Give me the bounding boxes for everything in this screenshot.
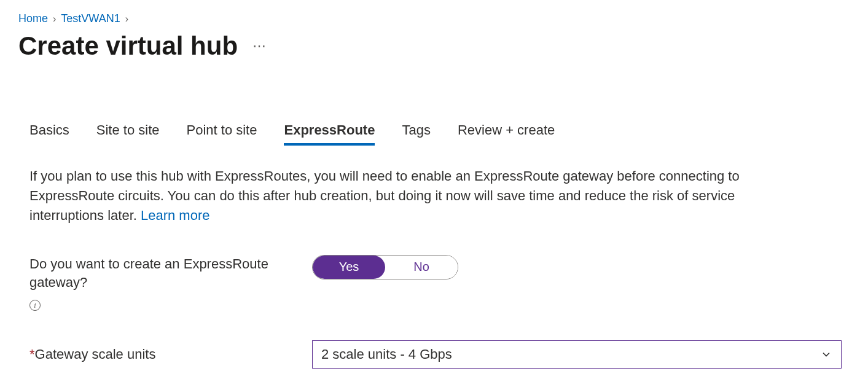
chevron-down-icon (820, 348, 832, 361)
scale-units-label: *Gateway scale units (29, 345, 312, 364)
breadcrumb-home[interactable]: Home (18, 12, 48, 25)
create-gateway-label: Do you want to create an ExpressRoute ga… (29, 255, 312, 311)
form-row-scale-units: *Gateway scale units 2 scale units - 4 G… (29, 340, 842, 369)
page-header: Create virtual hub ⋯ (18, 31, 850, 61)
scale-units-label-text: Gateway scale units (35, 346, 156, 362)
tab-site-to-site[interactable]: Site to site (96, 122, 160, 146)
learn-more-link[interactable]: Learn more (141, 208, 210, 223)
intro-text: If you plan to use this hub with Express… (29, 166, 803, 225)
more-actions-icon[interactable]: ⋯ (252, 38, 267, 54)
chevron-right-icon: › (53, 14, 56, 25)
scale-units-control: 2 scale units - 4 Gbps (312, 340, 842, 369)
create-gateway-label-text: Do you want to create an ExpressRoute ga… (29, 255, 300, 293)
intro-body: If you plan to use this hub with Express… (29, 168, 740, 223)
tab-expressroute[interactable]: ExpressRoute (284, 122, 375, 146)
tab-review-create[interactable]: Review + create (458, 122, 555, 146)
content-area: Basics Site to site Point to site Expres… (18, 122, 842, 369)
tab-point-to-site[interactable]: Point to site (187, 122, 257, 146)
toggle-option-no[interactable]: No (385, 256, 458, 279)
tab-bar: Basics Site to site Point to site Expres… (29, 122, 842, 146)
required-asterisk: * (29, 346, 35, 362)
tab-basics[interactable]: Basics (29, 122, 69, 146)
tab-tags[interactable]: Tags (402, 122, 430, 146)
create-gateway-control: Yes No (312, 255, 842, 279)
page-title: Create virtual hub (18, 31, 238, 61)
chevron-right-icon: › (125, 14, 128, 25)
info-icon[interactable]: i (29, 300, 41, 311)
toggle-option-yes[interactable]: Yes (313, 256, 385, 279)
breadcrumb: Home › TestVWAN1 › (18, 12, 850, 25)
scale-units-select[interactable]: 2 scale units - 4 Gbps (312, 340, 842, 369)
breadcrumb-item-testvwan1[interactable]: TestVWAN1 (61, 12, 120, 25)
scale-units-value: 2 scale units - 4 Gbps (321, 346, 452, 362)
gateway-toggle: Yes No (312, 255, 458, 279)
form-row-create-gateway: Do you want to create an ExpressRoute ga… (29, 255, 842, 311)
